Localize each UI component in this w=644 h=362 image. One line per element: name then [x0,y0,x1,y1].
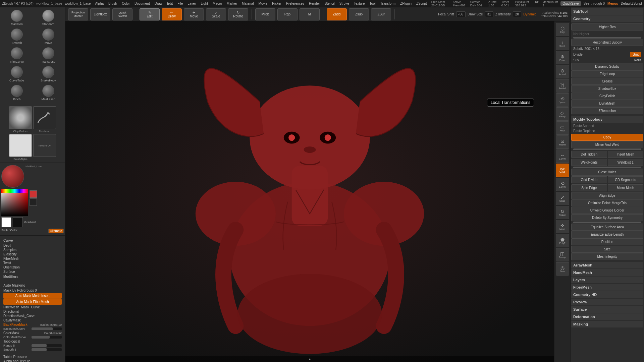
clay-builder-preview[interactable] [9,106,32,129]
depth-row[interactable]: Depth [3,243,62,248]
frame-btn[interactable]: ⊡ Frame [556,135,569,149]
elasticity-row[interactable]: Elasticity [3,252,62,256]
draw-size-value[interactable]: 31 [485,11,493,17]
polyf-btn[interactable]: ⬟ PolyF [556,234,569,247]
m-button[interactable]: M [300,8,320,20]
brush-mastpen[interactable]: MastPen [1,9,32,27]
dynamic-btn[interactable]: ⟲ Dynmc [556,93,569,107]
smooth-row[interactable]: Smooth 5 [3,348,62,352]
qxyz-btn[interactable]: xyz QXyz [556,164,569,177]
menu-render[interactable]: Render [307,1,322,6]
close-holes-button[interactable]: Close Holes [571,169,643,176]
alpha-and-texture-row[interactable]: Alpha and Texture [3,359,62,362]
reconstruct-subdiv-button[interactable]: Reconstruct Subdiv [571,39,643,46]
foreground-color-swatch[interactable] [30,190,37,198]
delete-symmetry-button[interactable]: Delete By Symmetry [571,214,643,221]
lightbox-button[interactable]: LightBox [90,8,110,20]
menu-zplugin[interactable]: ZPlugin [398,1,413,6]
move-button[interactable]: ✛ Move [184,8,204,20]
zadd-button[interactable]: Zadd [327,8,347,20]
mirror-and-weld-button[interactable]: Mirror And Weld [571,141,643,148]
menu-document[interactable]: Document [133,1,152,6]
menu-alpha[interactable]: Alpha [93,1,105,6]
material-preview[interactable] [1,165,24,188]
crease-button[interactable]: Crease [571,78,643,85]
tablet-pressure-row[interactable]: Tablet Pressure [3,355,62,359]
array-mesh-section[interactable]: ArrayMesh [571,262,643,268]
lsym2-btn[interactable]: ⟲ L.Sym [556,178,569,191]
directionalmask-row[interactable]: DirectionMask_Curve [3,314,62,318]
gd-segments-button[interactable]: GD Segments [608,176,644,183]
menu-picker[interactable]: Picker [270,1,283,6]
weld-points-button[interactable]: WeldPoints [571,159,607,166]
menu-brush[interactable]: Brush [107,1,119,6]
transp-btn[interactable]: ◫ Transp [556,248,569,261]
geometry-slider[interactable] [573,37,641,39]
unweld-border-button[interactable]: Unweld Groups Border [571,207,643,214]
brush-standard[interactable]: Standard [33,9,64,27]
masking-section[interactable]: Masking [571,321,643,327]
edgeloop-button[interactable]: EdgeLoop [571,70,643,77]
brush-alpha-preview[interactable] [9,134,32,157]
geometry-hd-section[interactable]: Geometry HD [571,291,643,298]
zbuf-button[interactable]: ZBuf [371,8,391,20]
dynamic-label[interactable]: Dynamic [523,12,536,16]
nano-mesh-section[interactable]: NanoMesh [571,269,643,276]
brush-move[interactable]: Move [33,27,64,46]
floor-btn[interactable]: ▭ Floor [556,121,569,135]
brush-maslasso[interactable]: MasLasso [33,84,64,102]
aahalf-btn[interactable]: ½ AAHalf [556,79,569,93]
subtool-section[interactable]: SubTool [571,8,643,15]
zsub-button[interactable]: Zsub [349,8,369,20]
colormaskcurve-row[interactable]: ColorMaskCurve [3,335,62,339]
menu-transform[interactable]: Transform [379,1,397,6]
dynamesh-button[interactable]: DynaMesh [571,100,643,107]
menu-light[interactable]: Light [199,1,210,6]
grid-divide-button[interactable]: Grid Divide [571,176,607,183]
draw-button[interactable]: ✏ Draw [162,8,182,20]
menus-label[interactable]: Menus [607,2,618,5]
quicksave-button[interactable]: QuickSave [560,1,581,6]
brush-trimcurve[interactable]: TrimCurve [1,46,32,64]
shadowbox-button[interactable]: ShadowBox [571,85,643,92]
actual-btn[interactable]: ⊙ Actual [556,65,569,78]
alternate-button[interactable]: Alternate [48,229,64,233]
menu-color[interactable]: Color [120,1,131,6]
brush-transpose[interactable]: Transpose [33,46,64,64]
menu-layer[interactable]: Layer [186,1,198,6]
directional-row[interactable]: Directional [3,309,62,314]
auto-masking-row[interactable]: Auto Masking [3,283,62,288]
modify-topology-section[interactable]: Modify Topology [571,116,643,123]
background-color-swatch[interactable] [30,198,37,206]
switchcolor-label[interactable]: SwitchColor [1,229,47,233]
surface-row[interactable]: Surface [3,269,62,274]
menu-tool[interactable]: Tool [368,1,377,6]
mrgb-button[interactable]: Mrgb [255,8,275,20]
mesh-integrity-button[interactable]: MeshIntegrity [571,253,643,260]
samples-row[interactable]: Samples [3,248,62,252]
orientation-row[interactable]: Orientation [3,265,62,269]
menu-marker[interactable]: Marker [225,1,239,6]
cavitymask-row[interactable]: CavityMask [3,318,62,322]
twist-row[interactable]: Twist [3,261,62,265]
insert-mesh-button[interactable]: Insert Mesh [608,151,644,158]
weld-dist-button[interactable]: WeldDist 1 [608,159,644,166]
solo-btn[interactable]: ◎ Solo [556,262,569,276]
size-button[interactable]: Size [571,246,643,253]
focal-shift-value[interactable]: -56 [456,11,466,17]
higher-res-button[interactable]: Higher Res [571,23,643,31]
optimize-button[interactable]: Optimize Point: MergeTris [571,199,643,206]
3d-viewport[interactable]: Local Transformations ▲ [65,21,554,362]
modifiers-row[interactable]: Modifiers [3,274,62,280]
menu-edit[interactable]: Edit [165,1,174,6]
menu-draw[interactable]: Draw [153,1,164,6]
equalize-edge-button[interactable]: Equalize Edge Length [571,231,643,238]
auto-mask-fibermesh-btn[interactable]: Auto Mask FiberMesh [3,299,62,305]
projection-master-button[interactable]: Projection Master [68,8,88,20]
claybuilder-btn[interactable]: ⬡ Clay [556,23,569,36]
white-swatch[interactable] [1,217,11,227]
scale-side-btn[interactable]: ⤢ Scale [556,192,569,205]
lsym-btn[interactable]: ↔ L.Sym [556,149,569,163]
preview-section[interactable]: Preview [571,299,643,305]
default-zscript[interactable]: DefaultZScript [621,2,642,5]
